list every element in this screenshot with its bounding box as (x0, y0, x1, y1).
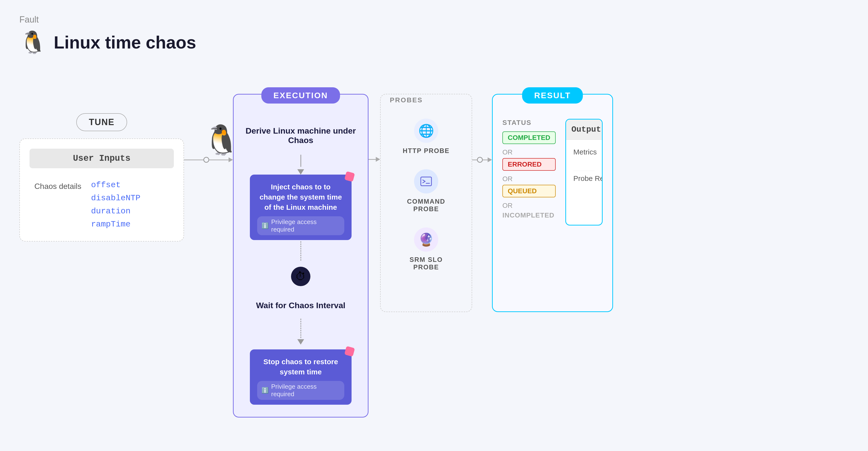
probe-srm: 🔮 SRM SLOPROBE (390, 227, 462, 271)
chaos-label: Chaos details (34, 180, 81, 191)
http-probe-emoji: 🌐 (418, 123, 434, 138)
output-inner-box: Output Metrics chaos metrics Probe Resul… (565, 119, 602, 225)
exec-step2-box: Inject chaos to to change the system tim… (250, 175, 351, 240)
execution-to-probes-connector (369, 157, 380, 162)
srm-probe-label: SRM SLOPROBE (409, 256, 443, 271)
diagram: TUNE User Inputs Chaos details offset di… (19, 75, 849, 418)
tux-icon: 🐧 (204, 123, 240, 157)
probe-command: COMMANDPROBE (390, 169, 462, 213)
probes-box: PROBES 🌐 HTTP PROBE (380, 94, 472, 312)
or-3: OR (502, 202, 556, 209)
exec-content: Derive Linux machine under Chaos Inject … (243, 107, 358, 405)
execution-section: EXECUTION Derive Linux machine under Cha… (233, 94, 369, 418)
probe-results-row: Probe Results ✅ Passed OR ❌ (574, 173, 595, 210)
conn-line-4 (472, 160, 477, 160)
command-probe-label: COMMANDPROBE (407, 198, 445, 213)
result-section: RESULT STATUS COMPLETED OR ERRORED OR QU… (492, 94, 613, 312)
chaos-params: offset disableNTP duration rampTime (91, 180, 141, 229)
privilege-badge-1: ℹ️ Privilege access required (257, 216, 344, 235)
status-column: STATUS COMPLETED OR ERRORED OR QUEUED OR… (502, 114, 556, 225)
param-disablentp: disableNTP (91, 194, 141, 203)
conn-circle-2 (477, 157, 483, 163)
probes-label: PROBES (390, 96, 423, 104)
exec-step4-box: Stop chaos to restore system time ℹ️ Pri… (250, 349, 351, 405)
probe-results-label: Probe Results (574, 173, 602, 182)
tune-inner-box: User Inputs Chaos details offset disable… (19, 138, 184, 242)
fault-label: Fault (19, 15, 849, 25)
conn-arrow-2 (376, 157, 380, 162)
tune-label: TUNE (76, 113, 127, 131)
conn-arrow-3 (488, 158, 492, 162)
srm-probe-emoji: 🔮 (418, 232, 434, 247)
command-probe-icon (414, 169, 438, 194)
page: Fault 🐧 Linux time chaos TUNE User Input… (0, 0, 868, 451)
exec-step1-text: Derive Linux machine under Chaos (243, 126, 358, 145)
param-ramptime: rampTime (91, 220, 141, 229)
http-probe-icon: 🌐 (414, 119, 438, 143)
privilege-text-2: Privilege access required (271, 383, 340, 398)
pink-corner-1 (344, 171, 355, 182)
http-probe-label: HTTP PROBE (403, 147, 450, 155)
conn-line-5 (483, 160, 488, 160)
status-queued: QUEUED (502, 185, 556, 197)
clock-icon: ⏱ (291, 267, 310, 286)
exec-arrow-1 (297, 169, 304, 175)
or-2: OR (502, 175, 556, 183)
metrics-label: Metrics (574, 147, 602, 156)
conn-line-3 (369, 159, 376, 160)
tune-section: TUNE User Inputs Chaos details offset di… (19, 113, 184, 242)
chaos-details-row: Chaos details offset disableNTP duration… (30, 178, 174, 231)
exec-vline-1 (301, 155, 301, 167)
exec-arrow-2 (297, 339, 304, 344)
svg-rect-0 (421, 177, 431, 186)
privilege-text-1: Privilege access required (271, 218, 340, 233)
page-title-row: 🐧 Linux time chaos (19, 30, 849, 55)
output-header: Output (566, 119, 602, 140)
result-outer-box: RESULT STATUS COMPLETED OR ERRORED OR QU… (492, 94, 613, 312)
result-content: STATUS COMPLETED OR ERRORED OR QUEUED OR… (502, 107, 602, 225)
vert-dash-1 (301, 241, 301, 261)
privilege-badge-2: ℹ️ Privilege access required (257, 381, 344, 400)
probes-to-result-connector (472, 157, 492, 163)
exec-step4-text: Stop chaos to restore system time (257, 357, 344, 377)
output-body: Metrics chaos metrics Probe Results ✅ (566, 140, 602, 225)
exec-step2-text: Inject chaos to to change the system tim… (257, 182, 344, 213)
status-errored: ERRORED (502, 158, 556, 171)
metrics-row: Metrics chaos metrics (574, 147, 595, 163)
privilege-icon-2: ℹ️ (261, 387, 269, 394)
connector-line-2 (209, 160, 228, 160)
vert-dash-2 (301, 319, 301, 338)
execution-box: EXECUTION Derive Linux machine under Cha… (233, 94, 369, 418)
pink-corner-2 (344, 346, 355, 357)
execution-label: EXECUTION (261, 87, 340, 104)
result-label: RESULT (522, 87, 583, 104)
or-1: OR (502, 148, 556, 156)
status-completed: COMPLETED (502, 132, 556, 144)
privilege-icon-1: ℹ️ (261, 222, 269, 229)
connector-arrow (228, 158, 233, 162)
exec-step3-text: Wait for Chaos Interval (256, 301, 345, 310)
status-incompleted: INCOMPLETED (502, 212, 556, 219)
connector-line-1 (184, 160, 204, 160)
user-inputs-header: User Inputs (30, 149, 174, 168)
output-divider (574, 171, 595, 171)
probe-http: 🌐 HTTP PROBE (390, 119, 462, 155)
page-title: Linux time chaos (54, 32, 196, 52)
probes-section: PROBES 🌐 HTTP PROBE (380, 94, 472, 312)
srm-probe-icon: 🔮 (414, 227, 438, 252)
param-offset: offset (91, 180, 141, 190)
clock-emoji: ⏱ (296, 270, 306, 282)
linux-icon: 🐧 (19, 30, 46, 55)
connector-circle (204, 157, 209, 163)
status-label: STATUS (502, 119, 556, 126)
param-duration: duration (91, 206, 141, 216)
tune-to-execution-connector: 🐧 (184, 157, 233, 163)
terminal-svg (420, 175, 432, 188)
